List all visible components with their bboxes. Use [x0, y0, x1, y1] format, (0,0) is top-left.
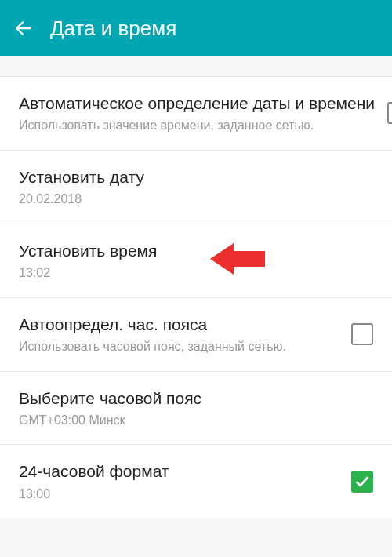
section-spacer — [0, 56, 392, 77]
settings-list: Автоматическое определение даты и времен… — [0, 77, 392, 518]
page-title: Дата и время — [50, 16, 176, 41]
auto-zone-checkbox[interactable] — [351, 323, 373, 345]
auto-zone-sub: Использовать часовой пояс, заданный сеть… — [19, 338, 339, 355]
auto-zone-row[interactable]: Автоопредел. час. пояса Использовать час… — [0, 298, 392, 372]
auto-time-checkbox[interactable] — [387, 102, 392, 124]
set-date-title: Установить дату — [19, 166, 361, 187]
arrow-back-icon — [13, 18, 34, 38]
set-date-sub: 20.02.2018 — [19, 191, 361, 208]
format24-checkbox[interactable] — [351, 471, 373, 493]
auto-time-sub: Использовать значение времени, заданное … — [19, 117, 375, 134]
select-zone-title: Выберите часовой пояс — [19, 388, 361, 409]
select-zone-sub: GMT+03:00 Минск — [19, 412, 361, 429]
auto-time-title: Автоматическое определение даты и времен… — [19, 93, 375, 114]
format24-title: 24-часовой формат — [19, 461, 339, 482]
set-time-row[interactable]: Установить время 13:02 — [0, 224, 392, 298]
auto-zone-title: Автоопредел. час. пояса — [19, 314, 339, 335]
format24-row[interactable]: 24-часовой формат 13:00 — [0, 445, 392, 518]
set-date-row[interactable]: Установить дату 20.02.2018 — [0, 151, 392, 224]
back-button[interactable] — [11, 16, 36, 41]
appbar: Дата и время — [0, 0, 392, 56]
check-icon — [354, 474, 370, 490]
format24-sub: 13:00 — [19, 486, 339, 503]
set-time-sub: 13:02 — [19, 264, 361, 282]
select-zone-row[interactable]: Выберите часовой пояс GMT+03:00 Минск — [0, 372, 392, 446]
auto-time-row[interactable]: Автоматическое определение даты и времен… — [0, 77, 392, 151]
set-time-title: Установить время — [19, 240, 361, 261]
